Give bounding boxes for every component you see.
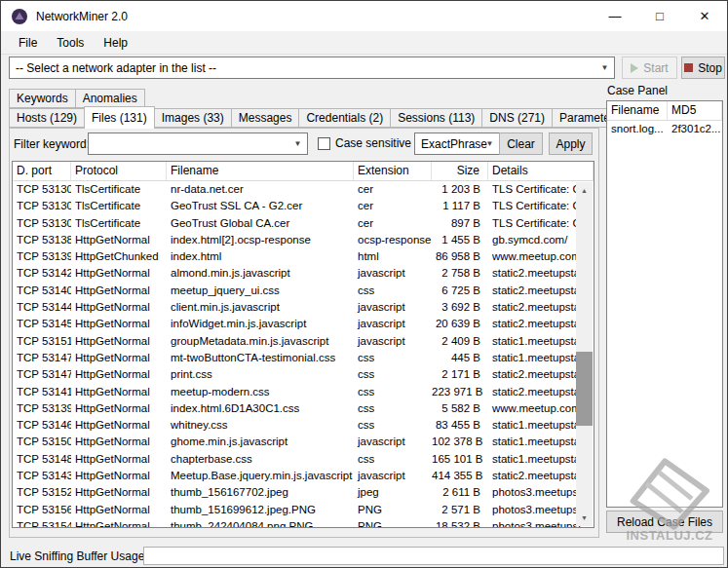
table-row[interactable]: TCP 53139 HttpGetChunked index.html html… bbox=[13, 248, 594, 265]
file-list-header: D. portProtocolFilenameExtensionSizeDeta… bbox=[13, 162, 594, 181]
column-header[interactable]: MD5 bbox=[668, 101, 722, 121]
cell-extension: css bbox=[354, 283, 432, 299]
cell-filename: index.html bbox=[167, 248, 354, 265]
table-row[interactable]: TCP 53141 HttpGetNormal meetup-modern.cs… bbox=[13, 384, 594, 400]
table-row[interactable]: TCP 53147 HttpGetNormal mt-twoButtonCTA-… bbox=[13, 350, 594, 366]
match-mode-select[interactable]: ExactPhrase ▼ bbox=[414, 133, 500, 155]
table-row[interactable]: TCP 53152 HttpGetNormal thumb_156167702.… bbox=[13, 484, 594, 501]
column-header[interactable]: Filename bbox=[607, 101, 668, 121]
cell-protocol: HttpGetChunked bbox=[71, 248, 167, 265]
tab[interactable]: Sessions (113) bbox=[390, 108, 482, 128]
cell-extension: javascript bbox=[354, 468, 432, 484]
table-row[interactable]: TCP 53154 HttpGetNormal thumb_242404084.… bbox=[13, 518, 594, 528]
cell-filename: index.html.6D1A30C1.css bbox=[167, 400, 354, 417]
start-button-label: Start bbox=[643, 61, 668, 75]
table-row[interactable]: TCP 53130 TlsCertificate GeoTrust SSL CA… bbox=[13, 198, 594, 214]
table-row[interactable]: TCP 53130 TlsCertificate nr-data.net.cer… bbox=[13, 181, 594, 198]
table-row[interactable]: TCP 53145 HttpGetNormal infoWidget.min.j… bbox=[13, 316, 594, 332]
table-row[interactable]: TCP 53146 HttpGetNormal whitney.css css … bbox=[13, 417, 594, 434]
cell-extension: javascript bbox=[354, 434, 432, 450]
table-row[interactable]: TCP 53143 HttpGetNormal Meetup.Base.jque… bbox=[13, 468, 594, 484]
table-row[interactable]: TCP 53151 HttpGetNormal groupMetadata.mi… bbox=[13, 333, 594, 350]
cell-size: 5 582 B bbox=[432, 400, 488, 417]
cell-extension: javascript bbox=[354, 316, 432, 332]
scroll-down-icon[interactable]: ▼ bbox=[576, 510, 593, 526]
column-header[interactable]: D. port bbox=[13, 162, 71, 181]
cell-extension: PNG bbox=[354, 502, 432, 518]
chevron-down-icon: ▼ bbox=[596, 58, 613, 77]
table-row[interactable]: TCP 53150 HttpGetNormal ghome.min.js.jav… bbox=[13, 434, 594, 450]
table-row[interactable]: TCP 53140 HttpGetNormal meetup_jquery_ui… bbox=[13, 283, 594, 299]
cell-extension: css bbox=[354, 366, 432, 383]
table-row[interactable]: TCP 53144 HttpGetNormal client.min.js.ja… bbox=[13, 299, 594, 316]
cell-filename: infoWidget.min.js.javascript bbox=[167, 316, 354, 332]
tab[interactable]: Credentials (2) bbox=[298, 108, 391, 128]
cell-protocol: HttpGetNormal bbox=[71, 484, 167, 501]
cell-filename: GeoTrust SSL CA - G2.cer bbox=[167, 198, 354, 214]
cell-protocol: HttpGetNormal bbox=[71, 384, 167, 400]
cell-extension: css bbox=[354, 417, 432, 434]
cell-size: 6 725 B bbox=[432, 283, 488, 299]
cell-dst-port: TCP 53148 bbox=[13, 451, 71, 468]
maximize-button[interactable]: □ bbox=[637, 1, 682, 31]
table-row[interactable]: TCP 53138 HttpGetNormal index.html[2].oc… bbox=[13, 232, 594, 248]
titlebar[interactable]: NetworkMiner 2.0 — □ ✕ bbox=[1, 1, 727, 31]
cell-size: 223 971 B bbox=[432, 384, 488, 400]
case-list-header: FilenameMD5 bbox=[607, 101, 722, 121]
cell-filename: nr-data.net.cer bbox=[167, 181, 354, 198]
scrollbar-thumb[interactable] bbox=[576, 352, 593, 426]
tab[interactable]: Files (131) bbox=[84, 106, 155, 129]
table-row[interactable]: TCP 53156 HttpGetNormal thumb_151699612.… bbox=[13, 502, 594, 518]
cell-extension: ocsp-response bbox=[354, 232, 432, 248]
menu-item[interactable]: File bbox=[9, 32, 47, 54]
filter-keyword-input[interactable] bbox=[95, 134, 289, 153]
start-button[interactable]: Start bbox=[622, 57, 677, 79]
tab[interactable]: Hosts (129) bbox=[9, 108, 85, 128]
table-row[interactable]: TCP 53139 HttpGetNormal index.html.6D1A3… bbox=[13, 400, 594, 417]
cell-size: 1 203 B bbox=[432, 181, 488, 198]
cell-protocol: HttpGetNormal bbox=[71, 283, 167, 299]
tab[interactable]: DNS (271) bbox=[481, 108, 553, 128]
cell-protocol: HttpGetNormal bbox=[71, 400, 167, 417]
cell-filename: groupMetadata.min.js.javascript bbox=[167, 333, 354, 350]
reload-case-files-button[interactable]: Reload Case Files bbox=[606, 511, 723, 533]
stop-button[interactable]: Stop bbox=[681, 57, 725, 79]
menu-item[interactable]: Tools bbox=[47, 32, 94, 54]
table-row[interactable]: TCP 53147 HttpGetNormal print.css css 2 … bbox=[13, 366, 594, 383]
app-icon[interactable] bbox=[11, 8, 28, 25]
list-item[interactable]: snort.log... 2f301c2... bbox=[607, 121, 722, 137]
cell-size: 20 639 B bbox=[432, 316, 488, 332]
cell-size: 2 409 B bbox=[432, 333, 488, 350]
menu-item[interactable]: Help bbox=[94, 32, 137, 54]
clear-button[interactable]: Clear bbox=[499, 133, 543, 155]
cell-extension: css bbox=[354, 400, 432, 417]
column-header[interactable]: Extension bbox=[354, 162, 432, 181]
column-header[interactable]: Protocol bbox=[71, 162, 167, 181]
filter-keyword-combo[interactable]: ▼ bbox=[88, 133, 308, 155]
cell-size: 414 355 B bbox=[432, 468, 488, 484]
tab[interactable]: Messages bbox=[231, 108, 300, 128]
network-adapter-select[interactable]: -- Select a network adapter in the list … bbox=[9, 57, 615, 79]
apply-button[interactable]: Apply bbox=[549, 133, 593, 155]
column-header[interactable]: Size bbox=[432, 162, 488, 181]
tab[interactable]: Keywords bbox=[9, 89, 76, 108]
table-row[interactable]: TCP 53148 HttpGetNormal chapterbase.css … bbox=[13, 451, 594, 468]
case-sensitive-checkbox[interactable] bbox=[318, 137, 330, 150]
table-row[interactable]: TCP 53130 TlsCertificate GeoTrust Global… bbox=[13, 215, 594, 232]
cell-protocol: HttpGetNormal bbox=[71, 434, 167, 450]
cell-filename: GeoTrust Global CA.cer bbox=[167, 215, 354, 232]
minimize-button[interactable]: — bbox=[593, 1, 637, 31]
scroll-up-icon[interactable]: ▲ bbox=[576, 182, 593, 199]
close-button[interactable]: ✕ bbox=[682, 1, 727, 31]
cell-dst-port: TCP 53154 bbox=[13, 518, 71, 528]
cell-dst-port: TCP 53130 bbox=[13, 181, 71, 198]
cell-filename: thumb_151699612.jpeg.PNG bbox=[167, 502, 354, 518]
column-header[interactable]: Details bbox=[488, 162, 594, 181]
tab[interactable]: Images (33) bbox=[154, 108, 232, 128]
cell-dst-port: TCP 53142 bbox=[13, 265, 71, 282]
vertical-scrollbar[interactable]: ▲ ▼ bbox=[576, 182, 593, 526]
column-header[interactable]: Filename bbox=[167, 162, 354, 181]
tab[interactable]: Anomalies bbox=[75, 89, 145, 108]
cell-size: 2 758 B bbox=[432, 265, 488, 282]
table-row[interactable]: TCP 53142 HttpGetNormal almond.min.js.ja… bbox=[13, 265, 594, 282]
